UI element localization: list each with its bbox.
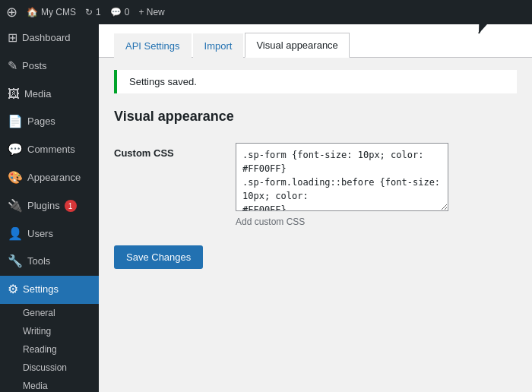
custom-css-textarea[interactable] xyxy=(236,143,448,211)
custom-css-row: Custom CSS Add custom CSS xyxy=(114,137,517,233)
submenu-writing[interactable]: Writing xyxy=(8,322,99,340)
form-table: Custom CSS Add custom CSS xyxy=(114,137,517,233)
main-content: API Settings Import Visual appearance Se… xyxy=(99,24,532,392)
arrow-annotation xyxy=(464,24,524,41)
sidebar-item-pages[interactable]: 📄 Pages xyxy=(0,108,99,136)
settings-submenu: General Writing Reading Discussion Media… xyxy=(0,304,99,392)
media-icon: 🖼 xyxy=(8,87,20,103)
sidebar-item-dashboard[interactable]: ⊞ Dashboard xyxy=(0,24,99,52)
submenu-general[interactable]: General xyxy=(8,304,99,322)
tools-icon: 🔧 xyxy=(8,254,23,270)
sidebar-item-comments[interactable]: 💬 Comments xyxy=(0,136,99,164)
home-icon: 🏠 xyxy=(27,7,38,17)
main-layout: ⊞ Dashboard ✎ Posts 🖼 Media 📄 Pages 💬 Co… xyxy=(0,24,532,392)
dashboard-icon: ⊞ xyxy=(8,30,17,46)
new-content-link[interactable]: + New xyxy=(138,7,164,17)
updates-icon: ↻ xyxy=(85,7,93,17)
sidebar-item-tools[interactable]: 🔧 Tools xyxy=(0,248,99,276)
plugins-icon: 🔌 xyxy=(8,198,23,214)
custom-css-label: Custom CSS xyxy=(114,147,174,159)
settings-saved-notice: Settings saved. xyxy=(114,70,517,93)
settings-icon: ⚙ xyxy=(8,282,18,298)
tab-import[interactable]: Import xyxy=(193,33,244,58)
wp-logo-icon: ⊕ xyxy=(6,4,17,21)
sidebar-item-settings[interactable]: ⚙ Settings xyxy=(0,276,99,304)
sidebar-item-posts[interactable]: ✎ Posts xyxy=(0,52,99,81)
pages-icon: 📄 xyxy=(8,114,23,130)
plugins-badge: 1 xyxy=(65,200,77,212)
sidebar-item-users[interactable]: 👤 Users xyxy=(0,220,99,248)
content-area: Visual appearance Custom CSS Add custom … xyxy=(99,101,532,284)
tabs-bar: API Settings Import Visual appearance xyxy=(99,24,532,58)
save-changes-button[interactable]: Save Changes xyxy=(114,245,203,269)
posts-icon: ✎ xyxy=(8,58,17,74)
appearance-icon: 🎨 xyxy=(8,170,23,186)
submenu-media[interactable]: Media xyxy=(8,377,99,392)
submenu-discussion[interactable]: Discussion xyxy=(8,359,99,377)
custom-css-description: Add custom CSS xyxy=(236,217,517,227)
sidebar-item-plugins[interactable]: 🔌 Plugins 1 xyxy=(0,192,99,220)
sidebar-item-media[interactable]: 🖼 Media xyxy=(0,81,99,109)
users-icon: 👤 xyxy=(8,226,23,242)
submenu-reading[interactable]: Reading xyxy=(8,340,99,359)
comments-link[interactable]: 💬 0 xyxy=(110,7,130,17)
comment-icon: 💬 xyxy=(110,7,122,17)
tab-visual-appearance[interactable]: Visual appearance xyxy=(245,33,349,58)
page-title: Visual appearance xyxy=(114,109,517,125)
comments-icon: 💬 xyxy=(8,142,23,158)
updates-link[interactable]: ↻ 1 xyxy=(85,7,101,17)
admin-bar: ⊕ 🏠 My CMS ↻ 1 💬 0 + New xyxy=(0,0,532,24)
tab-api-settings[interactable]: API Settings xyxy=(114,33,192,58)
sidebar-item-appearance[interactable]: 🎨 Appearance xyxy=(0,164,99,192)
site-name-link[interactable]: 🏠 My CMS xyxy=(27,7,76,17)
sidebar: ⊞ Dashboard ✎ Posts 🖼 Media 📄 Pages 💬 Co… xyxy=(0,24,99,392)
wp-logo-link[interactable]: ⊕ xyxy=(6,4,17,21)
